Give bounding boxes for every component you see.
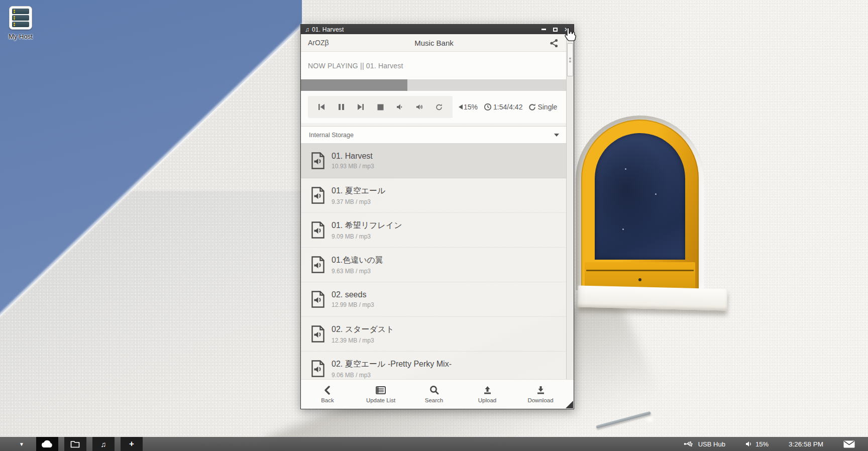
previous-track-button[interactable] [318, 103, 325, 110]
desktop-icon-my-host[interactable]: My Host [4, 6, 37, 40]
download-button[interactable]: Download [514, 380, 567, 409]
desktop-icon-label: My Host [4, 33, 37, 40]
window-resize-handle[interactable] [566, 401, 573, 408]
usb-hub-label: USB Hub [698, 440, 725, 448]
track-title: 01. Harvest [332, 152, 374, 161]
list-icon [376, 386, 386, 395]
track-text: 01. 希望リフレイン 9.09 MB / mp3 [332, 220, 402, 240]
refresh-button[interactable] [436, 103, 443, 110]
taskbar-tile-music[interactable]: ♫ [92, 437, 115, 451]
next-track-button[interactable] [357, 103, 364, 110]
stop-button[interactable] [377, 103, 384, 110]
volume-indicator: 15% [459, 103, 478, 111]
track-text: 02. 夏空エール -Pretty Perky Mix- 9.06 MB / m… [332, 359, 452, 379]
usb-icon [684, 441, 695, 447]
taskbar-menu-caret[interactable]: ▼ [19, 441, 24, 447]
player-controls: 15% 1:54/4:42 Single [301, 91, 567, 123]
time-indicator: 1:54/4:42 [484, 103, 522, 111]
audio-file-icon [311, 291, 325, 308]
music-player-window: ♫ 01. Harvest ✕ ArOZβ Music Bank NOW PLA [300, 24, 574, 409]
volume-low-icon [396, 103, 403, 110]
taskbar-volume-label: 15% [755, 440, 769, 448]
skip-previous-icon [318, 103, 325, 110]
seek-bar[interactable] [301, 79, 567, 91]
music-note-icon: ♫ [100, 440, 106, 448]
audio-file-icon [311, 256, 325, 273]
audio-file-icon [311, 360, 325, 377]
taskbar-tiles: ♫ + [36, 437, 143, 451]
back-label: Back [321, 397, 334, 403]
app-title: Music Bank [301, 39, 567, 47]
transport-button-group [308, 96, 453, 118]
play-mode-label: Single [537, 103, 557, 111]
close-button[interactable]: ✕ [563, 26, 571, 33]
back-button[interactable]: Back [301, 380, 354, 409]
maximize-button[interactable] [551, 26, 559, 33]
messages-button[interactable] [843, 440, 855, 448]
audio-file-icon [311, 325, 325, 343]
track-meta: 9.06 MB / mp3 [332, 372, 452, 379]
taskbar-tile-cloud[interactable] [36, 437, 58, 451]
glass-speck [655, 193, 657, 195]
track-meta: 12.99 MB / mp3 [332, 301, 374, 308]
track-list: 01. Harvest 10.93 MB / mp3 01. 夏空エール 9.3… [301, 144, 567, 386]
track-title: 02. 夏空エール -Pretty Perky Mix- [332, 359, 452, 370]
stop-icon [377, 104, 384, 110]
play-mode[interactable]: Single [528, 103, 557, 111]
track-row[interactable]: 01. 夏空エール 9.37 MB / mp3 [301, 178, 567, 213]
bottom-toolbar: Back Update List Search Upload Download [301, 379, 574, 409]
track-text: 02. seeds 12.99 MB / mp3 [332, 290, 374, 308]
volume-down-button[interactable] [396, 103, 403, 110]
taskbar-clock[interactable]: 3:26:58 PM [789, 440, 823, 448]
track-row[interactable]: 01.色違いの翼 9.63 MB / mp3 [301, 248, 567, 282]
storage-dropdown-value: Internal Storage [309, 132, 354, 139]
arch-board-line [586, 270, 694, 271]
track-meta: 9.63 MB / mp3 [332, 268, 383, 275]
close-icon: ✕ [564, 27, 569, 33]
track-meta: 9.37 MB / mp3 [332, 198, 385, 205]
upload-button[interactable]: Upload [461, 380, 514, 409]
arch-glass [595, 133, 685, 260]
storage-dropdown[interactable]: Internal Storage [301, 126, 567, 144]
update-list-label: Update List [366, 397, 395, 403]
minimize-icon [541, 29, 546, 30]
chevron-left-icon [323, 386, 332, 395]
cloud-icon [41, 440, 53, 448]
window-content: ArOZβ Music Bank NOW PLAYING || 01. Harv… [301, 34, 567, 409]
audio-file-icon [311, 221, 325, 239]
scrollbar-grip-icon [569, 58, 571, 63]
track-row[interactable]: 01. 希望リフレイン 9.09 MB / mp3 [301, 213, 567, 248]
taskbar-tile-files[interactable] [64, 437, 86, 451]
window-title: 01. Harvest [312, 26, 536, 33]
update-list-button[interactable]: Update List [354, 380, 407, 409]
folder-icon [70, 440, 80, 448]
usb-hub-status[interactable]: USB Hub [684, 440, 725, 448]
window-titlebar[interactable]: ♫ 01. Harvest ✕ [301, 25, 574, 34]
repeat-icon [528, 103, 536, 111]
plus-icon: + [129, 439, 134, 449]
track-text: 01. 夏空エール 9.37 MB / mp3 [332, 186, 385, 205]
seek-bar-fill [301, 79, 407, 91]
search-icon [429, 385, 439, 395]
track-row[interactable]: 01. Harvest 10.93 MB / mp3 [301, 144, 567, 178]
track-title: 01. 夏空エール [332, 186, 385, 196]
track-meta: 9.09 MB / mp3 [332, 233, 402, 240]
volume-status[interactable]: 15% [745, 440, 769, 448]
pause-icon [338, 103, 345, 110]
pause-button[interactable] [338, 103, 345, 110]
search-button[interactable]: Search [407, 380, 461, 409]
track-title: 02. seeds [332, 290, 374, 299]
scrollbar-thumb[interactable] [567, 43, 573, 76]
track-row[interactable]: 02. スターダスト 12.39 MB / mp3 [301, 317, 567, 352]
taskbar: ▼ ♫ + USB Hub 15% 3:26:58 PM [0, 437, 868, 451]
chevron-down-icon [554, 134, 559, 137]
volume-up-button[interactable] [416, 103, 423, 110]
glass-speck [622, 229, 624, 230]
minimize-button[interactable] [539, 26, 548, 33]
track-row[interactable]: 02. seeds 12.99 MB / mp3 [301, 282, 567, 317]
music-note-icon: ♫ [305, 26, 309, 33]
window-scrollbar[interactable] [566, 34, 574, 379]
taskbar-tile-add[interactable]: + [121, 437, 143, 451]
share-button[interactable] [549, 38, 559, 48]
upload-label: Upload [478, 397, 496, 403]
